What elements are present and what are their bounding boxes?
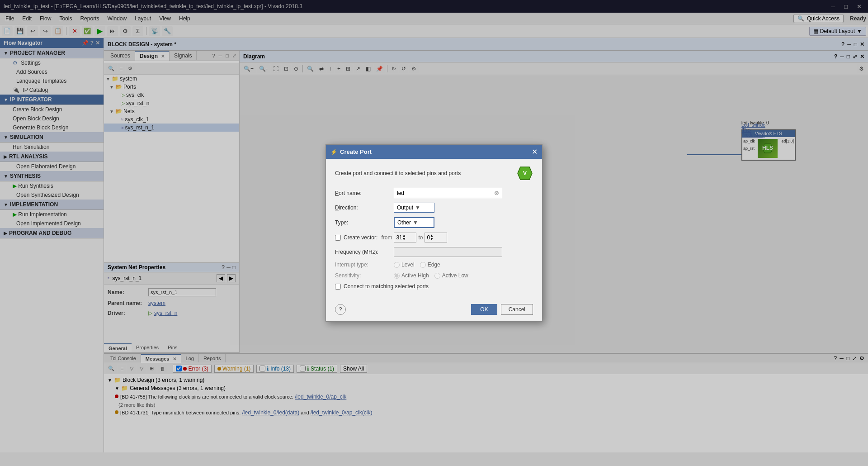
connect-matching-row: Connect to matching selected ports [335,283,533,290]
type-label: Type: [335,219,394,226]
sensitivity-high-label: Active High [394,272,429,279]
range-to-arrows: ▲ ▼ [430,234,434,241]
dialog-action-buttons: OK Cancel [471,304,533,315]
range-to-value: 0 [427,234,430,241]
dialog-desc-text: Create port and connect it to selected p… [335,170,461,176]
to-label: to [418,234,423,241]
range-to-down[interactable]: ▼ [430,238,434,241]
interrupt-level-label: Level [394,262,415,268]
range-to-input[interactable]: 0 ▲ ▼ [425,233,447,243]
interrupt-edge-label: Edge [420,262,440,268]
interrupt-type-label: Interrupt type: [335,262,394,268]
interrupt-edge-text: Edge [428,262,440,268]
dialog-help-btn[interactable]: ? [335,304,346,315]
type-arrow-icon: ▼ [413,219,418,226]
type-select[interactable]: Other ▼ [394,217,434,228]
sensitivity-row: Sensitivity: Active High Active Low [335,272,533,279]
vector-range: from 31 ▲ ▼ to 0 ▲ ▼ [381,233,447,243]
direction-select[interactable]: Output ▼ [394,203,434,213]
ok-button[interactable]: OK [471,304,497,315]
direction-value: Output [397,204,413,211]
port-name-label: Port name: [335,190,394,196]
create-vector-checkbox[interactable] [335,235,341,241]
dialog-close-btn[interactable]: ✕ [532,147,538,156]
frequency-row: Frequency (MHz): [335,247,533,257]
connect-matching-checkbox[interactable] [335,284,341,290]
dialog-overlay: ⚡ Create Port ✕ Create port and connect … [0,0,868,466]
port-name-input[interactable] [397,190,492,196]
dialog-description: Create port and connect it to selected p… [335,165,533,181]
port-name-row: Port name: ⊗ [335,188,533,198]
from-label: from [381,234,392,241]
port-name-clear-btn[interactable]: ⊗ [494,190,499,196]
sensitivity-high-text: Active High [401,272,429,279]
range-from-down[interactable]: ▼ [402,238,406,241]
dialog-title-container: ⚡ Create Port [330,148,372,155]
create-vector-row: Create vector: from 31 ▲ ▼ to 0 [335,233,533,243]
create-vector-label: Create vector: [344,234,377,241]
sensitivity-group: Active High Active Low [394,272,468,279]
connect-matching-label: Connect to matching selected ports [344,283,429,290]
frequency-label: Frequency (MHz): [335,249,394,255]
svg-text:V: V [523,170,527,176]
sensitivity-label: Sensitivity: [335,272,394,279]
port-name-field[interactable]: ⊗ [394,188,502,198]
type-row: Type: Other ▼ [335,217,533,228]
dialog-footer: ? OK Cancel [326,300,542,321]
dialog-logo-icon: V [517,165,533,181]
range-from-arrows: ▲ ▼ [402,234,406,241]
sensitivity-low-text: Active Low [442,272,468,279]
interrupt-type-group: Level Edge [394,262,440,268]
interrupt-level-radio [394,262,400,268]
range-from-value: 31 [396,234,402,241]
dialog-title: Create Port [340,148,372,155]
dialog-port-icon: ⚡ [330,149,337,155]
direction-row: Direction: Output ▼ [335,203,533,213]
sensitivity-low-label: Active Low [434,272,468,279]
frequency-field [394,247,502,257]
range-from-input[interactable]: 31 ▲ ▼ [394,233,416,243]
direction-arrow-icon: ▼ [415,204,420,211]
interrupt-edge-radio [420,262,426,268]
dialog-body: Create port and connect it to selected p… [326,159,542,300]
interrupt-type-row: Interrupt type: Level Edge [335,262,533,268]
direction-label: Direction: [335,204,394,211]
cancel-button[interactable]: Cancel [501,304,533,315]
type-value: Other [397,219,411,226]
interrupt-level-text: Level [401,262,415,268]
dialog-title-bar: ⚡ Create Port ✕ [326,145,542,159]
sensitivity-high-radio [394,273,400,279]
sensitivity-low-radio [434,273,440,279]
create-port-dialog: ⚡ Create Port ✕ Create port and connect … [326,144,542,322]
frequency-input [397,249,499,255]
